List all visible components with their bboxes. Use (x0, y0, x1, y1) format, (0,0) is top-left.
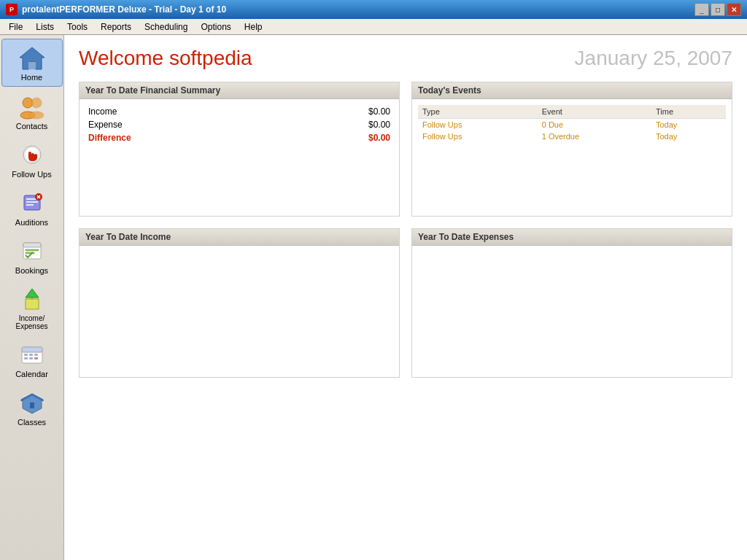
expense-value: $0.00 (282, 118, 393, 131)
svg-rect-28 (24, 357, 28, 359)
col-type: Type (418, 105, 538, 119)
difference-label: Difference (85, 131, 282, 144)
menu-options[interactable]: Options (195, 20, 236, 34)
event-link-2[interactable]: 1 Overdue (542, 132, 579, 141)
sidebar-label-calendar: Calendar (15, 370, 48, 378)
home-icon (18, 44, 46, 71)
svg-rect-1 (28, 62, 36, 69)
event-link-1[interactable]: 0 Due (542, 120, 563, 129)
sidebar-label-income-expenses: Income/ Expenses (16, 314, 48, 330)
financial-summary-content: Income $0.00 Expense $0.00 Difference $0… (80, 99, 399, 216)
calendar-icon (18, 341, 46, 368)
svg-rect-10 (26, 201, 38, 203)
svg-rect-11 (26, 204, 34, 206)
table-row: Follow Ups 0 Due Today (418, 119, 726, 131)
window-title: protalentPERFORMER Deluxe - Trial - Day … (22, 4, 226, 15)
table-row: Expense $0.00 (85, 118, 393, 131)
classes-icon (18, 389, 46, 416)
menu-help[interactable]: Help (239, 20, 268, 34)
main-content: Welcome softpedia January 25, 2007 Year … (64, 35, 747, 560)
table-row: Follow Ups 1 Overdue Today (418, 131, 726, 142)
table-row: Difference $0.00 (85, 131, 393, 144)
svg-rect-17 (26, 249, 39, 251)
sidebar: Home Contacts (0, 35, 64, 560)
svg-rect-29 (29, 357, 33, 359)
svg-point-5 (29, 112, 44, 119)
maximize-button[interactable]: □ (711, 3, 725, 16)
followups-link-1[interactable]: Follow Ups (422, 120, 462, 129)
date-display: January 25, 2007 (575, 47, 732, 70)
year-income-header: Year To Date Income (80, 229, 399, 246)
minimize-button[interactable]: _ (694, 3, 709, 16)
sidebar-item-income-expenses[interactable]: Income/ Expenses (1, 281, 63, 335)
event-time-1: Today (651, 119, 726, 131)
menu-bar: File Lists Tools Reports Scheduling Opti… (0, 19, 747, 35)
sidebar-item-contacts[interactable]: Contacts (1, 88, 63, 135)
followups-icon (18, 141, 46, 168)
year-expenses-panel: Year To Date Expenses (411, 228, 732, 378)
expense-label: Expense (85, 118, 282, 131)
svg-rect-30 (34, 357, 38, 359)
app-icon: P (6, 4, 18, 15)
window-controls: _ □ ✕ (694, 3, 741, 16)
income-label: Income (85, 105, 282, 118)
sidebar-item-bookings[interactable]: Bookings (1, 233, 63, 279)
welcome-header: Welcome softpedia January 25, 2007 (79, 47, 732, 70)
todays-events-panel: Today's Events Type Event Time F (411, 82, 732, 217)
financial-summary-panel: Year To Date Financial Summary Income $0… (79, 82, 400, 217)
app-body: Home Contacts (0, 35, 747, 560)
svg-rect-19 (26, 299, 39, 309)
income-value: $0.00 (282, 105, 393, 118)
difference-value: $0.00 (282, 131, 393, 144)
year-expenses-header: Year To Date Expenses (412, 229, 732, 246)
svg-point-3 (31, 98, 42, 108)
svg-rect-23 (22, 347, 42, 352)
menu-reports[interactable]: Reports (95, 20, 137, 34)
todays-events-content: Type Event Time Follow Ups 0 Due Today (412, 99, 732, 216)
svg-marker-20 (26, 289, 39, 298)
title-bar: P protalentPERFORMER Deluxe - Trial - Da… (0, 0, 747, 19)
contacts-icon (18, 93, 46, 120)
svg-rect-33 (30, 402, 34, 408)
sidebar-label-auditions: Auditions (15, 218, 48, 227)
year-income-content (80, 246, 399, 377)
sidebar-item-auditions[interactable]: Auditions (1, 184, 63, 231)
menu-lists[interactable]: Lists (30, 20, 60, 34)
year-expenses-content (412, 246, 732, 377)
year-income-panel: Year To Date Income (79, 228, 400, 378)
sidebar-item-classes[interactable]: Classes (1, 384, 63, 431)
menu-scheduling[interactable]: Scheduling (139, 20, 193, 34)
top-panels-row: Year To Date Financial Summary Income $0… (79, 82, 732, 217)
income-expenses-icon (18, 285, 46, 313)
todays-events-header: Today's Events (412, 82, 732, 99)
table-row: Income $0.00 (85, 105, 393, 118)
bottom-panels-row: Year To Date Income Year To Date Expense… (79, 228, 732, 378)
col-time: Time (651, 105, 726, 119)
event-time-2: Today (651, 131, 726, 142)
sidebar-item-followups[interactable]: Follow Ups (1, 136, 63, 183)
sidebar-label-classes: Classes (18, 418, 46, 427)
sidebar-item-home[interactable]: Home (1, 39, 63, 87)
svg-rect-16 (23, 243, 41, 247)
menu-file[interactable]: File (3, 20, 28, 34)
followups-link-2[interactable]: Follow Ups (422, 132, 462, 141)
events-table: Type Event Time Follow Ups 0 Due Today (418, 105, 726, 142)
close-button[interactable]: ✕ (727, 3, 741, 16)
col-event: Event (538, 105, 651, 119)
sidebar-label-contacts: Contacts (16, 122, 47, 131)
sidebar-label-followups: Follow Ups (12, 170, 51, 179)
svg-rect-25 (24, 354, 28, 356)
menu-tools[interactable]: Tools (61, 20, 93, 34)
events-table-header-row: Type Event Time (418, 105, 726, 119)
sidebar-item-calendar[interactable]: Calendar (1, 336, 63, 383)
financial-summary-header: Year To Date Financial Summary (80, 82, 399, 99)
financial-table: Income $0.00 Expense $0.00 Difference $0… (85, 105, 393, 144)
auditions-icon (18, 189, 46, 217)
welcome-title: Welcome softpedia (79, 47, 252, 70)
svg-rect-27 (34, 354, 38, 356)
sidebar-label-bookings: Bookings (15, 266, 48, 275)
svg-rect-26 (29, 354, 33, 356)
bookings-icon (18, 237, 46, 265)
sidebar-label-home: Home (21, 73, 42, 82)
